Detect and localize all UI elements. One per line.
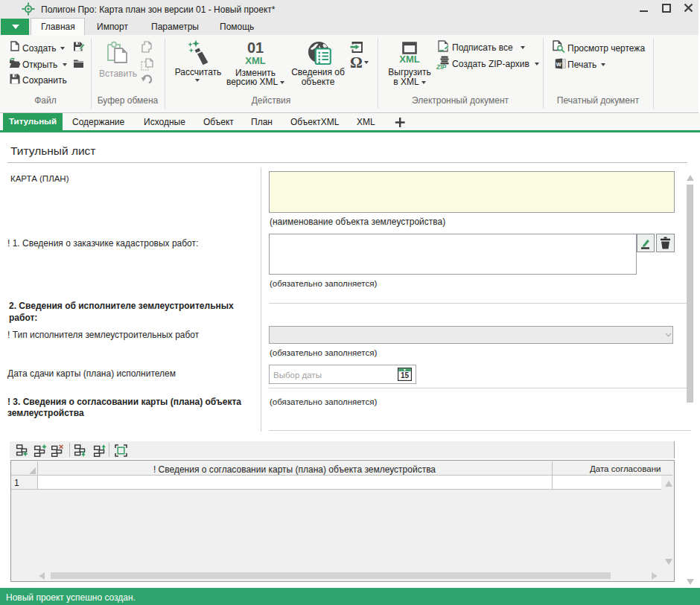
svg-text:15: 15 [401,371,410,380]
svg-text:W: W [556,61,562,68]
